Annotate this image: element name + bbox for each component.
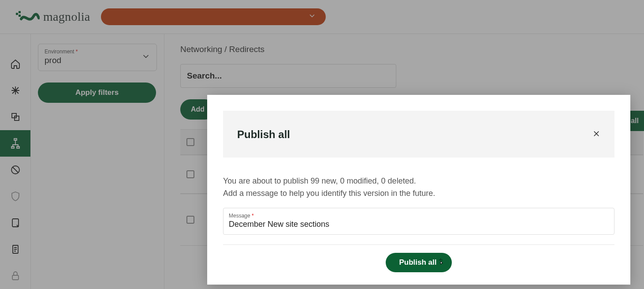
cursor-icon [438,257,446,268]
publish-all-submit-button[interactable]: Publish all [386,253,451,272]
message-value: December New site sections [229,220,609,229]
message-field[interactable]: Message * December New site sections [223,208,614,235]
modal-line-2: Add a message to help you identify this … [223,188,614,200]
message-label: Message [229,213,250,219]
publish-all-modal: Publish all You are about to publish 99 … [207,95,630,285]
modal-body: You are about to publish 99 new, 0 modif… [207,158,630,238]
modal-close-button[interactable] [592,130,600,139]
modal-title: Publish all [237,128,290,141]
publish-all-submit-label: Publish all [399,258,436,267]
modal-line-1: You are about to publish 99 new, 0 modif… [223,175,614,188]
required-asterisk: * [252,213,254,219]
app-root: magnolia [0,0,644,289]
modal-header: Publish all [223,111,614,158]
modal-footer: Publish all [207,245,630,285]
